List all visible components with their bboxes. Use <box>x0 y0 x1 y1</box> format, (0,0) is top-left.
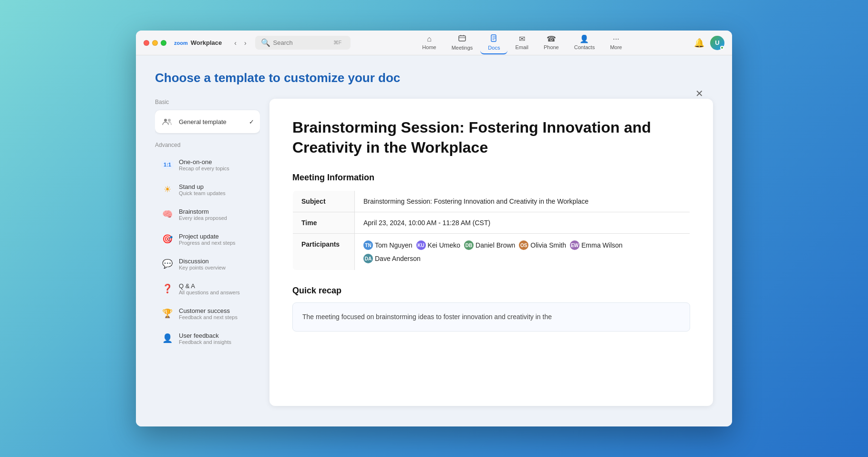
general-template-text: General template <box>179 118 244 125</box>
participants-cell: TN Tom Nguyen KU Kei Umeko DB Daniel Bro… <box>355 234 690 270</box>
participant-kei-umeko: KU Kei Umeko <box>416 240 460 250</box>
template-item-qa[interactable]: ❓ Q & A All questions and answers <box>155 277 260 300</box>
participant-avatar-olivia: OS <box>519 240 528 250</box>
time-value: April 23, 2024, 10:00 AM - 11:28 AM (CST… <box>355 212 690 234</box>
dialog-title: Choose a template to customize your doc <box>155 71 713 85</box>
template-item-customer-success[interactable]: 🏆 Customer success Feedback and next ste… <box>155 302 260 325</box>
general-template-icon <box>161 115 174 128</box>
brainstorm-name: Brainstorm <box>179 208 254 215</box>
meeting-info-table: Subject Brainstorming Session: Fostering… <box>292 190 690 270</box>
participants-list: TN Tom Nguyen KU Kei Umeko DB Daniel Bro… <box>363 240 681 263</box>
search-icon: 🔍 <box>261 38 270 47</box>
user-feedback-text: User feedback Feedback and insights <box>179 332 254 345</box>
project-update-desc: Progress and next steps <box>179 240 254 246</box>
template-item-discussion[interactable]: 💬 Discussion Key points overview <box>155 252 260 275</box>
participant-olivia-smith: OS Olivia Smith <box>519 240 566 250</box>
qa-text: Q & A All questions and answers <box>179 282 254 295</box>
meetings-icon <box>458 34 466 44</box>
template-item-project-update[interactable]: 🎯 Project update Progress and next steps <box>155 228 260 250</box>
home-icon: ⌂ <box>427 35 432 43</box>
participants-label: Participants <box>293 234 355 270</box>
notifications-icon[interactable]: 🔔 <box>694 38 704 48</box>
participant-name-daniel: Daniel Brown <box>475 241 515 249</box>
template-item-user-feedback[interactable]: 👤 User feedback Feedback and insights <box>155 327 260 350</box>
one-on-one-name: One-on-one <box>179 158 254 166</box>
nav-label-meetings: Meetings <box>452 45 473 51</box>
customer-success-name: Customer success <box>179 307 254 314</box>
nav-arrows: ‹ › <box>231 37 249 49</box>
nav-item-email[interactable]: ✉ Email <box>507 31 536 54</box>
participant-daniel-brown: DB Daniel Brown <box>464 240 515 250</box>
close-traffic-light[interactable] <box>144 40 149 46</box>
minimize-traffic-light[interactable] <box>152 40 158 46</box>
zoom-logo: zoom Workplace <box>174 39 222 46</box>
stand-up-icon: ☀ <box>161 183 174 196</box>
more-icon: ··· <box>613 35 619 43</box>
participant-emma-wilson: EW Emma Wilson <box>570 240 622 250</box>
participant-name-kei: Kei Umeko <box>428 241 460 249</box>
titlebar-nav: ⌂ Home Meetings Docs ✉ Email ☎ <box>356 31 688 54</box>
stand-up-text: Stand up Quick team updates <box>179 183 254 196</box>
discussion-desc: Key points overview <box>179 265 254 270</box>
back-button[interactable]: ‹ <box>231 37 239 49</box>
participant-dave-anderson: DA Dave Anderson <box>363 254 421 263</box>
user-feedback-name: User feedback <box>179 332 254 339</box>
titlebar-right: 🔔 U <box>694 36 724 50</box>
time-label: Time <box>293 212 355 234</box>
zoom-brand-text: zoom <box>174 40 188 46</box>
nav-label-email: Email <box>515 44 528 50</box>
docs-icon <box>490 34 498 44</box>
forward-button[interactable]: › <box>241 37 249 49</box>
meeting-info-heading: Meeting Information <box>292 173 690 183</box>
avatar[interactable]: U <box>710 36 724 50</box>
preview-title: Brainstorming Session: Fostering Innovat… <box>292 118 690 157</box>
quick-recap-heading: Quick recap <box>292 286 690 296</box>
nav-item-docs[interactable]: Docs <box>480 31 507 54</box>
discussion-icon: 💬 <box>161 257 174 270</box>
nav-item-home[interactable]: ⌂ Home <box>414 32 444 54</box>
template-item-stand-up[interactable]: ☀ Stand up Quick team updates <box>155 178 260 201</box>
close-dialog-button[interactable]: ✕ <box>695 88 703 99</box>
content-area: Basic General template ✓ Advanced 1:1 <box>155 99 713 406</box>
participant-avatar-daniel: DB <box>464 240 474 250</box>
nav-item-meetings[interactable]: Meetings <box>444 31 481 54</box>
recap-text: The meeting focused on brainstorming ide… <box>302 313 552 321</box>
nav-item-more[interactable]: ··· More <box>602 32 630 54</box>
one-on-one-desc: Recap of every topics <box>179 166 254 171</box>
discussion-text: Discussion Key points overview <box>179 258 254 270</box>
online-status-dot <box>720 46 724 50</box>
nav-item-contacts[interactable]: 👤 Contacts <box>567 31 602 54</box>
zoom-workplace-text: Workplace <box>191 39 222 46</box>
project-update-name: Project update <box>179 233 254 240</box>
template-item-one-on-one[interactable]: 1:1 One-on-one Recap of every topics <box>155 153 260 176</box>
subject-label: Subject <box>293 191 355 212</box>
user-feedback-icon: 👤 <box>161 332 174 345</box>
discussion-name: Discussion <box>179 258 254 265</box>
customer-success-desc: Feedback and next steps <box>179 314 254 320</box>
search-bar[interactable]: 🔍 ⌘F <box>255 36 351 50</box>
table-row-time: Time April 23, 2024, 10:00 AM - 11:28 AM… <box>293 212 690 234</box>
search-input[interactable] <box>273 39 331 46</box>
maximize-traffic-light[interactable] <box>161 40 166 46</box>
nav-label-more: More <box>610 44 622 50</box>
one-on-one-icon: 1:1 <box>161 158 174 171</box>
nav-label-home: Home <box>422 44 436 50</box>
template-item-general[interactable]: General template ✓ <box>155 110 260 133</box>
template-item-brainstorm[interactable]: 🧠 Brainstorm Every idea proposed <box>155 203 260 226</box>
svg-point-2 <box>164 119 167 122</box>
participant-avatar-dave: DA <box>363 254 373 263</box>
customer-success-icon: 🏆 <box>161 307 174 320</box>
participant-name-dave: Dave Anderson <box>375 255 421 262</box>
nav-item-phone[interactable]: ☎ Phone <box>536 31 567 54</box>
user-feedback-desc: Feedback and insights <box>179 339 254 345</box>
participant-name-tom: Tom Nguyen <box>375 241 413 249</box>
template-sidebar: Basic General template ✓ Advanced 1:1 <box>155 99 260 406</box>
table-row-participants: Participants TN Tom Nguyen KU Kei Umeko <box>293 234 690 270</box>
basic-section-label: Basic <box>155 99 260 105</box>
general-template-check: ✓ <box>249 118 254 125</box>
email-icon: ✉ <box>519 34 525 43</box>
general-template-name: General template <box>179 118 244 125</box>
stand-up-name: Stand up <box>179 183 254 190</box>
participant-name-emma: Emma Wilson <box>581 241 622 249</box>
participant-avatar-kei: KU <box>416 240 426 250</box>
